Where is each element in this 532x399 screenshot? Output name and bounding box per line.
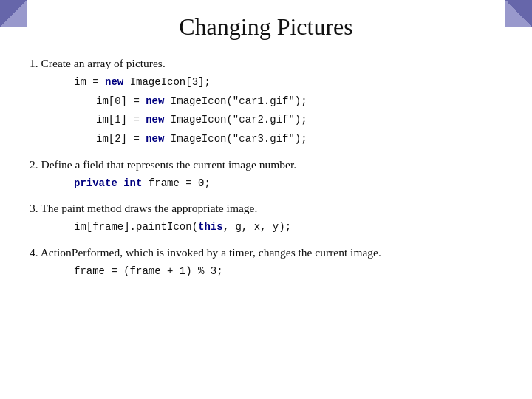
code-line-1: im = new ImageIcon[3];: [74, 75, 502, 91]
code-line-3: im[1] = new ImageIcon("car2.gif");: [96, 112, 502, 129]
section-2: 2. Define a field that represents the cu…: [30, 158, 502, 192]
corner-decoration-tr: [505, 0, 532, 27]
main-content: Changing Pictures 1. Create an array of …: [0, 0, 532, 298]
section-1: 1. Create an array of pictures. im = new…: [30, 57, 502, 148]
section-3: 3. The paint method draws the appropriat…: [30, 202, 502, 236]
section-3-heading: 3. The paint method draws the appropriat…: [30, 202, 502, 215]
code-line-4: im[2] = new ImageIcon("car3.gif");: [96, 132, 502, 148]
section-4-heading: 4. ActionPerformed, which is invoked by …: [30, 246, 502, 259]
code-line-2: im[0] = new ImageIcon("car1.gif");: [96, 94, 502, 110]
corner-decoration-tl: [0, 0, 27, 27]
section-2-heading: 2. Define a field that represents the cu…: [30, 158, 502, 171]
section-4: 4. ActionPerformed, which is invoked by …: [30, 246, 502, 280]
slide-title: Changing Pictures: [30, 13, 502, 41]
code-line-7: frame = (frame + 1) % 3;: [74, 264, 502, 280]
code-line-6: im[frame].paintIcon(this, g, x, y);: [74, 219, 502, 236]
section-1-heading: 1. Create an array of pictures.: [30, 57, 502, 70]
code-line-5: private int frame = 0;: [74, 176, 502, 192]
